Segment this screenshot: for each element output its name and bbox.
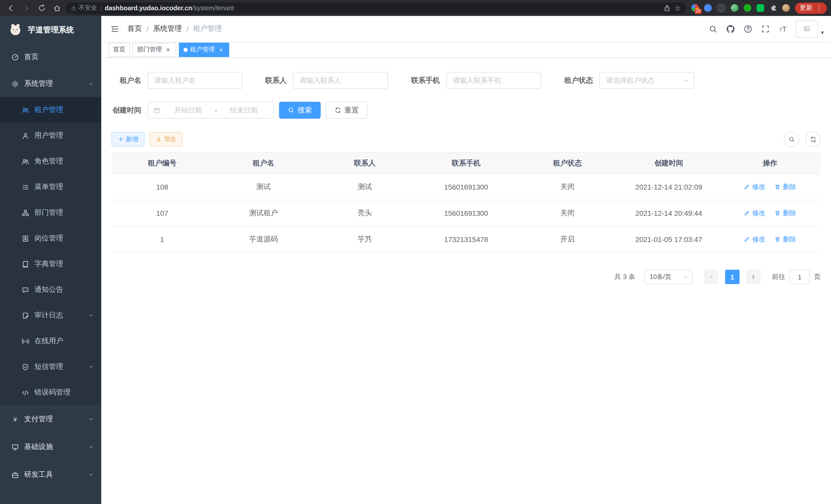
book-icon — [22, 260, 29, 268]
reset-button[interactable]: 重置 — [326, 102, 368, 119]
tab-dept[interactable]: 部门管理 × — [133, 42, 176, 57]
filter-row-1: 租户名 联系人 联系手机 租户状态 请选择租户状态 — [112, 72, 821, 89]
edit-link[interactable]: 修改 — [744, 209, 766, 218]
delete-link[interactable]: 删除 — [775, 182, 796, 191]
breadcrumb: 首页 / 系统管理 / 租户管理 — [127, 24, 222, 33]
date-separator: - — [213, 106, 219, 114]
extensions-puzzle-icon[interactable] — [769, 4, 777, 12]
share-icon[interactable] — [664, 4, 671, 11]
browser-back-button[interactable] — [4, 1, 18, 14]
contact-input[interactable] — [293, 72, 388, 89]
extension-icon-6[interactable] — [756, 4, 764, 12]
sidebar-item-errorcode[interactable]: 错误码管理 — [0, 380, 101, 405]
sidebar-item-home[interactable]: 首页 — [0, 44, 101, 70]
sidebar-item-dept[interactable]: 部门管理 — [0, 200, 101, 226]
security-label: 不安全 — [79, 4, 97, 12]
breadcrumb-item-current: 租户管理 — [193, 24, 222, 33]
field-label: 租户状态 — [555, 76, 599, 85]
pagination: 共 3 条 10条/页 1 前往 页 — [112, 270, 821, 284]
sidebar-item-infra[interactable]: 基础设施 — [0, 433, 101, 461]
sidebar-item-audit[interactable]: 审计日志 — [0, 303, 101, 328]
page-number-button[interactable]: 1 — [725, 270, 740, 284]
add-button[interactable]: 新增 — [112, 132, 144, 146]
cell-actions: 修改 删除 — [719, 174, 821, 200]
extension-icon-2[interactable] — [704, 4, 712, 12]
sidebar-item-user[interactable]: 用户管理 — [0, 123, 101, 148]
toggle-search-button[interactable] — [784, 131, 799, 147]
browser-menu-icon[interactable]: ⋮ — [815, 4, 822, 12]
next-page-button[interactable] — [746, 270, 761, 284]
button-label: 导出 — [164, 135, 176, 144]
sidebar-item-sms[interactable]: 短信管理 — [0, 354, 101, 380]
extension-badge: 10 — [695, 9, 701, 14]
extension-icon-4[interactable] — [731, 4, 739, 12]
user-icon — [22, 132, 29, 140]
search-icon — [788, 136, 795, 143]
security-status[interactable]: ⚠ 不安全 — [71, 4, 97, 12]
page-jumper: 前往 页 — [772, 270, 821, 284]
column-header: 联系手机 — [416, 152, 517, 174]
page-size-select[interactable]: 10条/页 — [644, 270, 693, 284]
sidebar-item-label: 研发工具 — [24, 470, 88, 479]
tab-tenant[interactable]: 租户管理 × — [179, 42, 229, 57]
header-search-icon[interactable] — [704, 16, 722, 41]
audit-log-icon — [22, 312, 29, 319]
extension-icon-5[interactable] — [744, 4, 751, 12]
browser-home-button[interactable] — [50, 1, 64, 14]
sidebar-item-role[interactable]: 角色管理 — [0, 148, 101, 174]
fullscreen-icon[interactable] — [757, 16, 774, 41]
sidebar-item-menu[interactable]: 菜单管理 — [0, 174, 101, 200]
chevron-right-icon — [750, 274, 756, 280]
export-button[interactable]: 导出 — [149, 132, 182, 146]
browser-reload-button[interactable] — [35, 1, 48, 14]
sidebar-item-post[interactable]: 岗位管理 — [0, 226, 101, 251]
breadcrumb-item-system[interactable]: 系统管理 — [153, 24, 182, 33]
font-size-icon[interactable] — [774, 16, 792, 41]
prev-page-button[interactable] — [704, 270, 718, 284]
user-avatar[interactable] — [796, 20, 819, 37]
tenant-table: 租户编号 租户名 联系人 联系手机 租户状态 创建时间 操作 108 测试 — [112, 152, 821, 253]
sidebar-item-label: 通知公告 — [34, 285, 94, 294]
avatar-caret-down-icon[interactable]: ▾ — [821, 29, 824, 36]
bookmark-star-icon[interactable]: ☆ — [675, 4, 681, 11]
edit-link[interactable]: 修改 — [744, 182, 766, 191]
goto-page-input[interactable] — [790, 270, 810, 284]
refresh-table-button[interactable] — [805, 131, 821, 147]
sidebar-item-devtool[interactable]: 研发工具 — [0, 461, 101, 488]
cell-tenant-id: 107 — [112, 200, 213, 226]
extension-icon-1[interactable]: 10 — [691, 4, 699, 12]
github-icon[interactable] — [722, 16, 739, 41]
sidebar-item-notice[interactable]: 通知公告 — [0, 277, 101, 303]
date-range-picker[interactable]: 开始日期 - 结束日期 — [147, 102, 274, 119]
address-bar[interactable]: ⚠ 不安全 dashboard.yudao.iocoder.cn/system/… — [66, 2, 686, 13]
chevron-down-icon — [88, 444, 94, 450]
table-row: 107 测试租户 秃头 15601691300 关闭 2021-12-14 20… — [112, 200, 821, 226]
tenant-name-input[interactable] — [147, 72, 242, 89]
extension-icon-3[interactable] — [717, 4, 726, 12]
sidebar-item-tenant[interactable]: 租户管理 — [0, 97, 101, 123]
browser-update-button[interactable]: 更新 ⋮ — [795, 2, 827, 13]
close-icon[interactable]: × — [218, 46, 225, 53]
cell-phone: 15601691300 — [416, 200, 517, 226]
sidebar-item-dict[interactable]: 字典管理 — [0, 251, 101, 277]
edit-link[interactable]: 修改 — [744, 235, 766, 244]
delete-link[interactable]: 删除 — [775, 235, 796, 244]
tab-home[interactable]: 首页 — [109, 42, 130, 57]
cell-contact: 芋艿 — [314, 226, 416, 253]
status-select[interactable]: 请选择租户状态 — [599, 72, 694, 89]
search-button[interactable]: 搜索 — [279, 102, 321, 119]
sidebar-item-online[interactable]: 在线用户 — [0, 328, 101, 354]
browser-forward-button[interactable] — [20, 1, 33, 14]
close-icon[interactable]: × — [165, 46, 172, 53]
sidebar-collapse-icon[interactable] — [111, 24, 119, 33]
sidebar-item-label: 租户管理 — [34, 105, 94, 115]
delete-link[interactable]: 删除 — [775, 209, 796, 218]
profile-avatar[interactable] — [782, 4, 790, 12]
tab-label: 部门管理 — [137, 45, 162, 54]
help-icon[interactable] — [739, 16, 757, 41]
sidebar-item-pay[interactable]: 支付管理 — [0, 405, 101, 433]
breadcrumb-item-home[interactable]: 首页 — [127, 24, 142, 33]
sidebar-item-system[interactable]: 系统管理 — [0, 70, 101, 97]
page-unit-label: 页 — [814, 272, 821, 281]
phone-input[interactable] — [446, 72, 541, 89]
